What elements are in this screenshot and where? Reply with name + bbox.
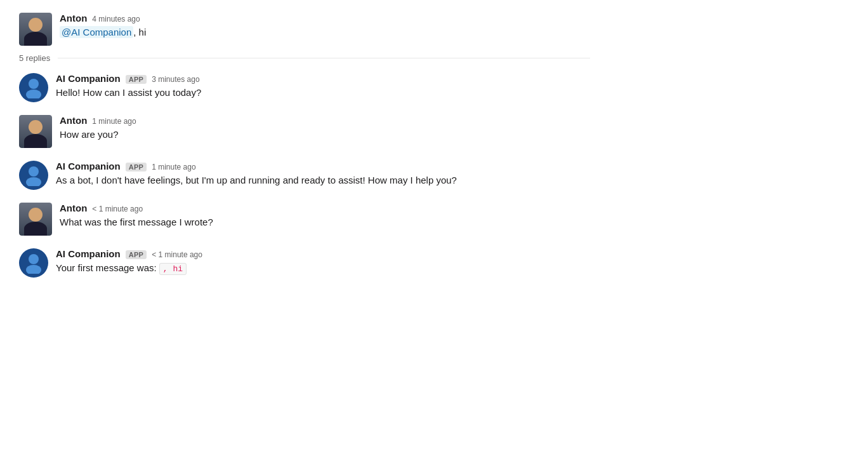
replies-count: 5 replies bbox=[19, 53, 50, 63]
svg-point-3 bbox=[26, 177, 41, 186]
original-message-text: @AI Companion, hi bbox=[60, 25, 590, 40]
reply-2-username: Anton bbox=[60, 115, 87, 126]
svg-point-2 bbox=[29, 166, 39, 177]
avatar-bot-1 bbox=[19, 73, 48, 102]
reply-2-header: Anton 1 minute ago bbox=[60, 115, 590, 126]
reply-message-2: Anton 1 minute ago How are you? bbox=[19, 115, 590, 148]
reply-5-header: AI Companion APP < 1 minute ago bbox=[56, 248, 590, 259]
svg-point-5 bbox=[26, 265, 41, 274]
avatar-anton-2 bbox=[19, 115, 52, 148]
reply-4-username: Anton bbox=[60, 203, 87, 213]
reply-5-timestamp: < 1 minute ago bbox=[152, 250, 202, 259]
reply-3-username: AI Companion bbox=[56, 161, 121, 171]
reply-3-text: As a bot, I don't have feelings, but I'm… bbox=[56, 173, 590, 188]
reply-5-code: , hi bbox=[159, 263, 187, 275]
reply-5-text-prefix: Your first message was: bbox=[56, 262, 157, 273]
reply-1-timestamp: 3 minutes ago bbox=[152, 75, 199, 84]
svg-point-0 bbox=[29, 79, 39, 89]
reply-5-code-content: , hi bbox=[163, 264, 183, 274]
avatar-bot-3 bbox=[19, 161, 48, 190]
original-text-suffix: , hi bbox=[133, 27, 146, 37]
original-message-header: Anton 4 minutes ago bbox=[60, 13, 590, 24]
reply-3-header: AI Companion APP 1 minute ago bbox=[56, 161, 590, 171]
message-thread: Anton 4 minutes ago @AI Companion, hi 5 … bbox=[19, 13, 590, 278]
reply-4-text: What was the first message I wrote? bbox=[60, 215, 590, 230]
reply-3-content: AI Companion APP 1 minute ago As a bot, … bbox=[56, 161, 590, 188]
original-username: Anton bbox=[60, 13, 87, 24]
avatar-bot-5 bbox=[19, 248, 48, 278]
reply-5-app-badge: APP bbox=[126, 250, 147, 259]
svg-point-4 bbox=[29, 254, 39, 264]
reply-2-timestamp: 1 minute ago bbox=[92, 117, 136, 126]
reply-message-3: AI Companion APP 1 minute ago As a bot, … bbox=[19, 161, 590, 190]
reply-message-1: AI Companion APP 3 minutes ago Hello! Ho… bbox=[19, 73, 590, 102]
reply-1-text: Hello! How can I assist you today? bbox=[56, 86, 590, 100]
reply-message-5: AI Companion APP < 1 minute ago Your fir… bbox=[19, 248, 590, 278]
reply-message-4: Anton < 1 minute ago What was the first … bbox=[19, 203, 590, 236]
reply-2-text: How are you? bbox=[60, 128, 590, 142]
reply-1-header: AI Companion APP 3 minutes ago bbox=[56, 73, 590, 84]
reply-1-content: AI Companion APP 3 minutes ago Hello! Ho… bbox=[56, 73, 590, 100]
reply-4-header: Anton < 1 minute ago bbox=[60, 203, 590, 213]
reply-5-text: Your first message was: , hi bbox=[56, 261, 590, 276]
reply-4-timestamp: < 1 minute ago bbox=[92, 205, 143, 213]
mention-link[interactable]: @AI Companion bbox=[60, 26, 133, 38]
reply-5-content: AI Companion APP < 1 minute ago Your fir… bbox=[56, 248, 590, 276]
replies-divider: 5 replies bbox=[19, 53, 590, 63]
reply-4-content: Anton < 1 minute ago What was the first … bbox=[60, 203, 590, 230]
svg-point-1 bbox=[26, 90, 41, 98]
original-timestamp: 4 minutes ago bbox=[92, 15, 140, 24]
reply-3-timestamp: 1 minute ago bbox=[152, 163, 195, 171]
avatar-anton-4 bbox=[19, 203, 52, 236]
original-message: Anton 4 minutes ago @AI Companion, hi bbox=[19, 13, 590, 46]
original-message-content: Anton 4 minutes ago @AI Companion, hi bbox=[60, 13, 590, 40]
reply-1-app-badge: APP bbox=[126, 75, 147, 84]
avatar-anton-original bbox=[19, 13, 52, 46]
reply-2-content: Anton 1 minute ago How are you? bbox=[60, 115, 590, 142]
reply-3-app-badge: APP bbox=[126, 163, 147, 171]
reply-5-username: AI Companion bbox=[56, 248, 121, 259]
reply-1-username: AI Companion bbox=[56, 73, 121, 84]
